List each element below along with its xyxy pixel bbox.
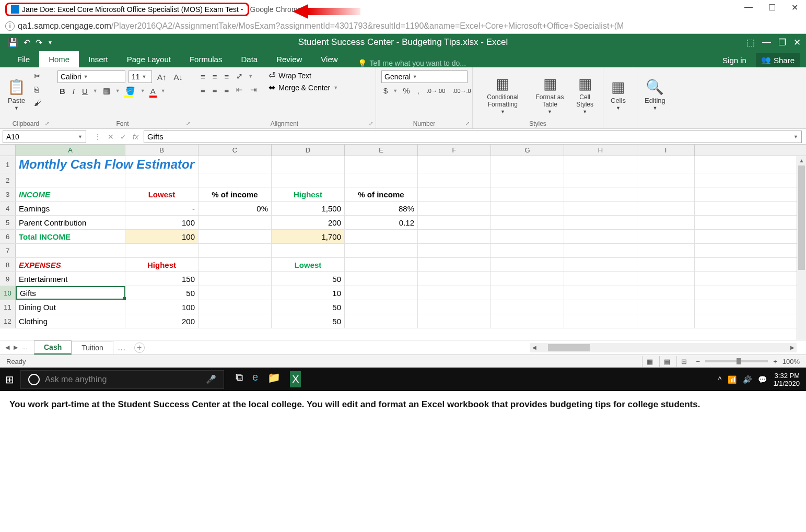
font-size-combo[interactable]: 11▼ xyxy=(129,70,152,83)
percent-icon[interactable]: % xyxy=(401,85,412,96)
sheet-tab-cash[interactable]: Cash xyxy=(34,340,72,354)
column-header-A[interactable]: A xyxy=(16,145,125,156)
comma-icon[interactable]: , xyxy=(415,85,422,96)
excel-taskbar-icon[interactable]: X xyxy=(290,371,301,387)
cell-D11[interactable]: 50 xyxy=(272,300,345,314)
column-header-H[interactable]: H xyxy=(564,145,637,156)
cell-I11[interactable] xyxy=(637,300,695,314)
cell-D4[interactable]: 1,500 xyxy=(272,202,345,215)
column-header-C[interactable]: C xyxy=(198,145,272,156)
cell-A5[interactable]: Parent Contribution xyxy=(16,216,125,229)
minimize-button[interactable]: — xyxy=(744,3,753,13)
cell-F11[interactable] xyxy=(418,300,491,314)
cell-I12[interactable] xyxy=(637,314,695,328)
font-dialog-launcher[interactable]: ⤢ xyxy=(186,121,190,126)
cortana-search[interactable]: Ask me anything 🎤 xyxy=(20,370,224,389)
cell-E3[interactable]: % of income xyxy=(345,187,418,201)
tab-formulas[interactable]: Formulas xyxy=(180,51,232,67)
increase-font-icon[interactable]: A↑ xyxy=(155,72,169,82)
cell-A9[interactable]: Entertainment xyxy=(16,272,125,286)
spreadsheet-grid[interactable]: ABCDEFGHI 1Monthly Cash Flow Estimator23… xyxy=(0,145,806,340)
tab-file[interactable]: File xyxy=(8,51,39,67)
cell-D5[interactable]: 200 xyxy=(272,216,345,229)
cell-H4[interactable] xyxy=(564,202,637,215)
format-as-table-button[interactable]: ▦ Format as Table▼ xyxy=(532,70,568,119)
paste-button[interactable]: 📋 Paste ▼ xyxy=(5,70,28,119)
column-header-B[interactable]: B xyxy=(125,145,198,156)
cell-C6[interactable] xyxy=(198,230,272,243)
edge-icon[interactable]: e xyxy=(252,371,258,387)
cell-A1[interactable]: Monthly Cash Flow Estimator xyxy=(16,156,125,173)
tab-insert[interactable]: Insert xyxy=(79,51,118,67)
sheet-ellipsis-2[interactable]: … xyxy=(118,343,126,352)
cell-D8[interactable]: Lowest xyxy=(272,258,345,271)
cell-F5[interactable] xyxy=(418,216,491,229)
row-header-8[interactable]: 8 xyxy=(0,258,16,271)
row-header-9[interactable]: 9 xyxy=(0,272,16,286)
alignment-dialog-launcher[interactable]: ⤢ xyxy=(369,121,373,126)
scroll-up-icon[interactable]: ▲ xyxy=(797,156,806,165)
column-header-E[interactable]: E xyxy=(345,145,418,156)
increase-decimal-icon[interactable]: .0→.00 xyxy=(425,87,447,95)
redo-icon[interactable]: ↷ xyxy=(36,38,42,48)
cut-icon[interactable]: ✂ xyxy=(32,70,44,82)
copy-icon[interactable]: ⎘ xyxy=(32,84,44,95)
cell-C9[interactable] xyxy=(198,272,272,286)
save-icon[interactable]: 💾 xyxy=(8,38,18,48)
cell-E6[interactable] xyxy=(345,230,418,243)
scroll-thumb[interactable] xyxy=(798,165,805,270)
formula-input[interactable]: Gifts ▼ xyxy=(144,131,802,143)
excel-close-button[interactable]: ✕ xyxy=(793,37,801,48)
cell-I9[interactable] xyxy=(637,272,695,286)
cell-F8[interactable] xyxy=(418,258,491,271)
cell-B9[interactable]: 150 xyxy=(125,272,198,286)
normal-view-icon[interactable]: ▦ xyxy=(642,356,657,367)
qat-caret-icon[interactable]: ▼ xyxy=(48,40,53,45)
cell-C4[interactable]: 0% xyxy=(198,202,272,215)
cell-E11[interactable] xyxy=(345,300,418,314)
cell-G10[interactable] xyxy=(491,286,564,300)
cell-I5[interactable] xyxy=(637,216,695,229)
cell-E9[interactable] xyxy=(345,272,418,286)
decrease-indent-icon[interactable]: ⇤ xyxy=(234,84,245,96)
cell-I3[interactable] xyxy=(637,187,695,201)
row-header-7[interactable]: 7 xyxy=(0,244,16,257)
page-layout-view-icon[interactable]: ▤ xyxy=(659,356,674,367)
cell-A8[interactable]: EXPENSES xyxy=(16,258,125,271)
cell-D7[interactable] xyxy=(272,244,345,257)
cell-G2[interactable] xyxy=(491,173,564,187)
cell-B11[interactable]: 100 xyxy=(125,300,198,314)
column-header-F[interactable]: F xyxy=(418,145,491,156)
cell-B6[interactable]: 100 xyxy=(125,230,198,243)
cell-H6[interactable] xyxy=(564,230,637,243)
cell-C12[interactable] xyxy=(198,314,272,328)
maximize-button[interactable]: ☐ xyxy=(768,3,776,13)
undo-icon[interactable]: ↶ xyxy=(24,38,30,48)
cell-F9[interactable] xyxy=(418,272,491,286)
zoom-percent[interactable]: 100% xyxy=(782,358,800,365)
cell-I2[interactable] xyxy=(637,173,695,187)
row-header-4[interactable]: 4 xyxy=(0,202,16,215)
row-header-2[interactable]: 2 xyxy=(0,173,16,187)
cell-F10[interactable] xyxy=(418,286,491,300)
cell-I7[interactable] xyxy=(637,244,695,257)
tab-home[interactable]: Home xyxy=(39,51,79,67)
zoom-in-button[interactable]: + xyxy=(773,358,777,365)
cell-B1[interactable] xyxy=(125,156,198,173)
excel-restore-button[interactable]: ❐ xyxy=(778,37,786,48)
cell-A6[interactable]: Total INCOME xyxy=(16,230,125,243)
zoom-out-button[interactable]: − xyxy=(696,358,700,365)
cell-A2[interactable] xyxy=(16,173,125,187)
sheet-tab-tuition[interactable]: Tuition xyxy=(72,341,113,354)
cell-B2[interactable] xyxy=(125,173,198,187)
file-explorer-icon[interactable]: 📁 xyxy=(267,371,281,387)
font-name-combo[interactable]: Calibri▼ xyxy=(57,70,125,83)
cell-G11[interactable] xyxy=(491,300,564,314)
currency-icon[interactable]: $ xyxy=(381,85,390,96)
cell-F6[interactable] xyxy=(418,230,491,243)
enter-formula-icon[interactable]: ✓ xyxy=(120,133,126,141)
cell-F3[interactable] xyxy=(418,187,491,201)
system-clock[interactable]: 3:32 PM 1/1/2020 xyxy=(773,372,800,387)
format-painter-icon[interactable]: 🖌 xyxy=(32,97,44,108)
tab-page-layout[interactable]: Page Layout xyxy=(118,51,180,67)
